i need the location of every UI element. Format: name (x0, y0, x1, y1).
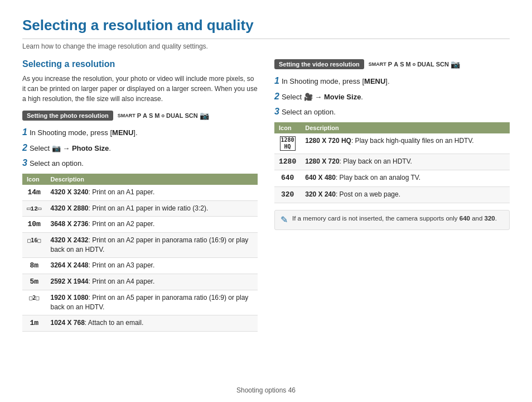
table-row: 8m 3264 X 2448: Print on an A3 paper. (22, 257, 258, 274)
photo-desc-10m: 3648 X 2736: Print on an A2 paper. (46, 217, 258, 233)
table-row: 1280HQ 1280 X 720 HQ: Play back high-qua… (274, 133, 510, 154)
table-row: 1280 1280 X 720: Play back on an HDTV. (274, 154, 510, 170)
video-desc-320: 320 X 240: Post on a web page. (301, 186, 510, 203)
video-label-bar: Setting the video resolution (274, 59, 364, 69)
photo-icon-10m: 10m (22, 217, 46, 233)
photo-step-2: 2 Select 📷 → Photo Size. (22, 143, 258, 154)
note-box: ✎ If a memory card is not inserted, the … (274, 210, 510, 230)
photo-icon-5m: 5m (22, 274, 46, 290)
video-label-row: Setting the video resolution SMART P A S… (274, 59, 510, 69)
photo-icon-12m: ▭12▭ (22, 200, 46, 216)
left-section-desc: As you increase the resolution, your pho… (22, 74, 258, 104)
video-icon-1280hq: 1280HQ (274, 133, 301, 154)
photo-mode-icons: SMART P A S M oDUAL SCN 📷 (118, 111, 209, 120)
note-text: If a memory card is not inserted, the ca… (292, 215, 497, 222)
video-step-1: 1 In Shooting mode, press [MENU]. (274, 76, 510, 87)
page-footer: Shooting options 46 (0, 386, 532, 394)
table-row: 640 640 X 480: Play back on an analog TV… (274, 170, 510, 186)
photo-step-1: 1 In Shooting mode, press [MENU]. (22, 127, 258, 138)
table-row: 10m 3648 X 2736: Print on an A2 paper. (22, 217, 258, 233)
photo-step-3: 3 Select an option. (22, 158, 258, 169)
photo-label-bar: Setting the photo resolution (22, 111, 113, 121)
table-row: 5m 2592 X 1944: Print on an A4 paper. (22, 274, 258, 290)
photo-icon-8m: 8m (22, 257, 46, 274)
video-step-2: 2 Select 🎥 → Movie Size. (274, 92, 510, 103)
photo-desc-14m: 4320 X 3240: Print on an A1 paper. (46, 185, 258, 201)
video-icon-320: 320 (274, 186, 301, 203)
photo-label-row: Setting the photo resolution SMART P A S… (22, 111, 258, 121)
photo-desc-2m: 1920 X 1080: Print on an A5 paper in pan… (46, 290, 258, 315)
page: Selecting a resolution and quality Learn… (0, 0, 532, 402)
video-icon-640: 640 (274, 170, 301, 186)
photo-table-icon-header: Icon (22, 174, 46, 185)
video-table-icon-header: Icon (274, 122, 301, 133)
video-table-desc-header: Description (301, 122, 510, 133)
photo-desc-8m: 3264 X 2448: Print on an A3 paper. (46, 257, 258, 274)
table-row: 320 320 X 240: Post on a web page. (274, 186, 510, 203)
left-column: Selecting a resolution As you increase t… (22, 59, 258, 338)
photo-desc-12m: 4320 X 2880: Print on an A1 paper in wid… (46, 200, 258, 216)
photo-desc-16m: 4320 X 2432: Print on an A2 paper in pan… (46, 233, 258, 258)
video-desc-1280hq: 1280 X 720 HQ: Play back high-quality fi… (301, 133, 510, 154)
video-desc-1280: 1280 X 720: Play back on an HDTV. (301, 154, 510, 170)
photo-icon-16m: □16□ (22, 233, 46, 258)
video-step-3: 3 Select an option. (274, 107, 510, 118)
photo-icon-1m: 1m (22, 315, 46, 331)
video-mode-icons: SMART P A S M oDUAL SCN 📷 (369, 60, 460, 69)
photo-icon-2m: □2□ (22, 290, 46, 315)
left-section-heading: Selecting a resolution (22, 59, 258, 69)
photo-table-desc-header: Description (46, 174, 258, 185)
table-row: □16□ 4320 X 2432: Print on an A2 paper i… (22, 233, 258, 258)
table-row: 14m 4320 X 3240: Print on an A1 paper. (22, 185, 258, 201)
photo-icon-14m: 14m (22, 185, 46, 201)
video-icon-1280: 1280 (274, 154, 301, 170)
photo-options-table: Icon Description 14m 4320 X 3240: Print … (22, 174, 258, 332)
note-icon: ✎ (280, 214, 288, 225)
table-row: ▭12▭ 4320 X 2880: Print on an A1 paper i… (22, 200, 258, 216)
table-row: 1m 1024 X 768: Attach to an email. (22, 315, 258, 331)
video-desc-640: 640 X 480: Play back on an analog TV. (301, 170, 510, 186)
page-title: Selecting a resolution and quality (22, 17, 510, 39)
photo-desc-1m: 1024 X 768: Attach to an email. (46, 315, 258, 331)
page-subtitle: Learn how to change the image resolution… (22, 42, 510, 50)
video-options-table: Icon Description 1280HQ 1280 X 720 HQ: P… (274, 122, 510, 203)
right-column: Setting the video resolution SMART P A S… (274, 59, 510, 338)
photo-desc-5m: 2592 X 1944: Print on an A4 paper. (46, 274, 258, 290)
table-row: □2□ 1920 X 1080: Print on an A5 paper in… (22, 290, 258, 315)
